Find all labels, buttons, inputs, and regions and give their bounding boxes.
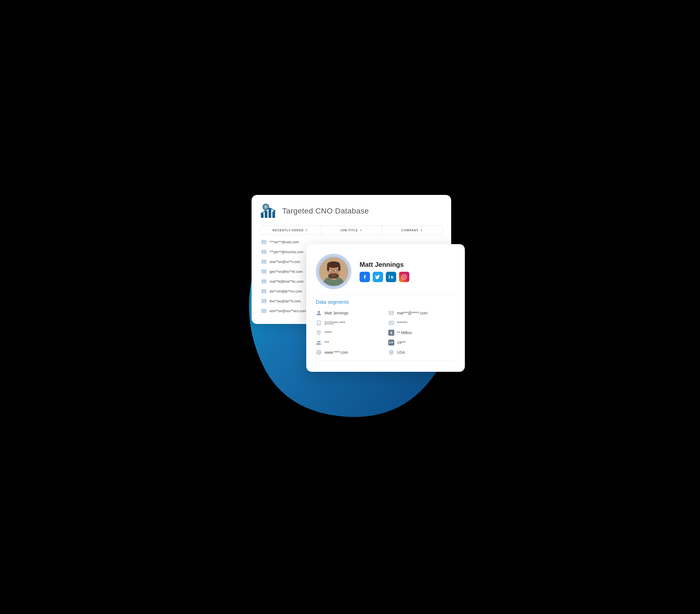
- svg-point-45: [319, 341, 321, 342]
- svg-rect-14: [262, 300, 266, 302]
- data-item-name: Matt Jennings: [316, 310, 383, 316]
- svg-rect-36: [389, 311, 393, 315]
- social-icons: [360, 272, 409, 282]
- svg-rect-9: [262, 250, 266, 253]
- divider-bottom: [316, 360, 455, 361]
- email-icon: [388, 310, 394, 316]
- page-title: Targeted CNO Database: [282, 207, 369, 215]
- svg-point-33: [403, 276, 405, 278]
- team-icon: [316, 339, 322, 346]
- data-item-team: ***: [316, 339, 383, 346]
- svg-rect-12: [262, 280, 266, 283]
- email-icon: [261, 259, 267, 264]
- profile-card: Matt Jennings: [306, 244, 465, 372]
- instagram-icon[interactable]: [399, 272, 409, 282]
- profile-header: Matt Jennings: [316, 254, 455, 289]
- svg-point-35: [318, 311, 320, 313]
- logo-icon: $: [260, 203, 277, 219]
- data-item-revenue: $ ** Million: [388, 330, 455, 336]
- svg-rect-15: [262, 310, 266, 312]
- svg-point-27: [336, 270, 337, 271]
- profile-info: Matt Jennings: [360, 261, 409, 282]
- facebook-icon[interactable]: [360, 272, 370, 282]
- svg-rect-11: [262, 270, 266, 273]
- email-icon: [261, 279, 267, 284]
- filter-company[interactable]: COMPANY ▼: [382, 226, 443, 235]
- filter-bar: RECENTLY ADDED ▼ JOB TITLE ▼ COMPANY ▼: [260, 226, 443, 235]
- data-item-website: www.****.com: [316, 349, 383, 355]
- svg-point-26: [330, 270, 332, 271]
- filter-job-title[interactable]: JOB TITLE ▼: [321, 226, 382, 235]
- data-item-country: USA: [388, 349, 455, 355]
- avatar: [316, 254, 351, 289]
- svg-rect-22: [338, 265, 340, 271]
- chevron-down-icon: ▼: [420, 229, 423, 232]
- svg-point-50: [391, 352, 392, 353]
- email-icon: [261, 299, 267, 303]
- globe-icon: [316, 349, 322, 355]
- svg-point-43: [318, 331, 320, 333]
- twitter-icon[interactable]: [373, 272, 383, 282]
- svg-point-34: [405, 276, 406, 276]
- svg-rect-37: [317, 321, 321, 325]
- data-item-email: mat***@*****.com: [388, 310, 455, 316]
- phone-icon: [316, 320, 322, 326]
- dollar-icon: $: [388, 330, 394, 336]
- chevron-down-icon: ▼: [305, 229, 308, 232]
- person-name: Matt Jennings: [360, 261, 409, 268]
- linkedin-icon[interactable]: [386, 272, 396, 282]
- location-icon: [316, 330, 322, 336]
- svg-rect-13: [262, 290, 266, 292]
- card-header: $ Targeted CNO Database: [260, 203, 443, 219]
- email-icon: [261, 289, 267, 293]
- svg-rect-32: [402, 275, 406, 279]
- email-icon: [261, 269, 267, 274]
- data-item-location: *****: [316, 330, 383, 336]
- zip-badge-icon: ZIP: [388, 339, 394, 346]
- email-icon: [261, 249, 267, 254]
- svg-rect-6: [272, 211, 275, 218]
- svg-rect-8: [262, 241, 266, 243]
- data-item-phone: (215)***-****: [316, 320, 383, 326]
- email-icon: [261, 239, 267, 245]
- data-item-id: *******: [388, 320, 455, 326]
- svg-rect-5: [268, 209, 271, 218]
- person-icon: [316, 310, 322, 316]
- data-item-zip: ZIP 19***: [388, 339, 455, 346]
- svg-text:$: $: [265, 205, 266, 209]
- svg-point-44: [317, 341, 319, 342]
- svg-point-40: [390, 322, 391, 324]
- svg-point-31: [333, 272, 335, 274]
- chevron-down-icon: ▼: [360, 229, 363, 232]
- data-grid: Matt Jennings mat***@*****.com (215)***-…: [316, 310, 455, 355]
- data-segments-title: Data segments: [316, 299, 455, 305]
- svg-point-7: [274, 210, 275, 212]
- svg-rect-3: [261, 213, 264, 218]
- email-icon: [261, 308, 267, 313]
- id-icon: [388, 320, 394, 326]
- svg-rect-4: [265, 211, 267, 218]
- country-icon: [388, 349, 394, 355]
- filter-recently-added[interactable]: RECENTLY ADDED ▼: [260, 226, 321, 235]
- svg-rect-10: [262, 260, 266, 263]
